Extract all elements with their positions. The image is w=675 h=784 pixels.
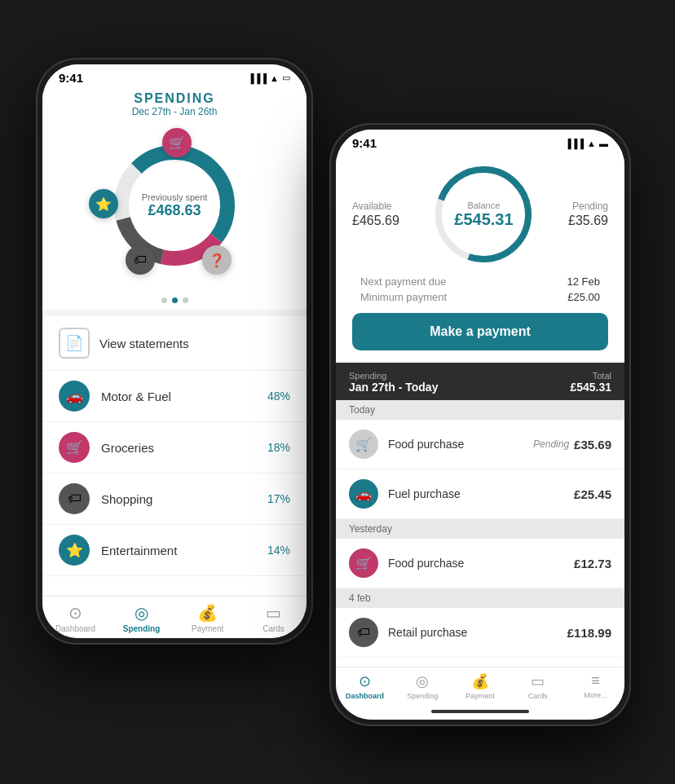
section-today: Today [336,400,624,420]
payment-info: Next payment due 12 Feb Minimum payment … [352,275,608,303]
dot-2[interactable] [172,297,178,303]
status-icons-1: ▐▐▐ ▲ ▭ [248,73,290,83]
wifi-icon: ▲ [270,73,279,83]
spending-band-label: Spending [349,371,438,381]
status-time-2: 9:41 [352,136,377,150]
dot-1[interactable] [161,297,167,303]
spending-tab-label: Spending [123,624,161,633]
battery-icon-2: ▬ [599,139,608,148]
tx-food-yesterday[interactable]: 🛒 Food purchase £12.73 [336,539,624,588]
balance-label: Balance [454,200,513,210]
tab-cards-1[interactable]: ▭ Cards [240,603,307,633]
min-payment-row: Minimum payment £25.00 [360,291,600,303]
motor-label: Motor & Fuel [101,390,267,403]
category-shopping[interactable]: 🏷 Shopping 17% [42,473,307,525]
shopping-icon: 🏷 [59,483,90,514]
signal-icon-2: ▐▐▐ [565,139,584,148]
balance-row: Available £465.69 Balance £545.31 [352,161,608,267]
entertainment-icon: ⭐ [59,535,90,566]
balance-section: Available £465.69 Balance £545.31 [336,153,624,363]
tab-dashboard-1[interactable]: ⊙ Dashboard [42,603,108,633]
tx-fuel[interactable]: 🚗 Fuel purchase £25.45 [336,469,624,519]
spending-tab-icon-2: ◎ [416,672,429,690]
wifi-icon-2: ▲ [587,139,596,148]
available-amount: £465.69 [352,214,399,228]
tab-more-2[interactable]: ≡ More... [567,672,624,700]
spending-period-right: Total £545.31 [570,371,611,394]
entertainment-label: Entertainment [101,544,267,557]
phones-container: 9:41 ▐▐▐ ▲ ▭ SPENDING Dec 27th - Jan 26t… [20,25,655,759]
tx-fuel-amount: £25.45 [574,487,611,501]
category-motor[interactable]: 🚗 Motor & Fuel 48% [42,371,307,422]
next-payment-label: Next payment due [360,275,447,288]
more-tab-label-2: More... [585,691,607,699]
signal-icon: ▐▐▐ [248,73,267,83]
dot-3[interactable] [183,297,188,303]
cart-category-icon: 🛒 [162,128,192,157]
spending-header: SPENDING Dec 27th - Jan 26th [42,88,307,124]
cards-tab-icon: ▭ [266,603,281,623]
payment-tab-label-2: Payment [465,692,495,700]
tx-retail-icon: 🏷 [349,618,378,647]
total-amount: £545.31 [570,381,611,394]
tab-bar-2: ⊙ Dashboard ◎ Spending 💰 Payment ▭ Cards [336,667,624,703]
shopping-pct: 17% [267,492,290,505]
tx-food-pending-desc: Food purchase [388,438,533,451]
balance-center: Balance £545.31 [454,200,513,229]
available-label: Available [352,200,399,212]
battery-icon: ▭ [282,73,290,83]
balance-gauge: Balance £545.31 [430,161,536,267]
view-statements-row[interactable]: 📄 View statements [42,316,307,371]
transactions-list: Today 🛒 Food purchase Pending £35.69 🚗 F… [336,400,624,667]
min-payment-label: Minimum payment [360,291,447,303]
phone-dashboard: 9:41 ▐▐▐ ▲ ▬ Available £465.69 [329,123,631,726]
tx-retail-desc: Retail purchase [388,626,567,639]
star-category-icon: ⭐ [89,189,118,218]
more-tab-icon-2: ≡ [591,672,600,689]
tab-cards-2[interactable]: ▭ Cards [509,672,567,700]
tx-retail-amount: £118.99 [567,626,611,640]
category-groceries[interactable]: 🛒 Groceries 18% [42,422,307,473]
tab-spending-2[interactable]: ◎ Spending [394,672,452,700]
dashboard-tab-label-2: Dashboard [346,692,384,700]
status-bar-1: 9:41 ▐▐▐ ▲ ▭ [42,64,307,88]
make-payment-button[interactable]: Make a payment [352,313,608,350]
screen-title: SPENDING [42,91,307,106]
next-payment-row: Next payment due 12 Feb [360,275,600,288]
motor-icon: 🚗 [59,381,90,412]
tx-food-yesterday-icon: 🛒 [349,548,378,578]
tab-dashboard-2[interactable]: ⊙ Dashboard [336,672,394,700]
payment-tab-label: Payment [192,624,223,633]
entertainment-pct: 14% [267,544,290,557]
cards-tab-label-2: Cards [528,692,548,700]
tab-payment-2[interactable]: 💰 Payment [452,672,510,700]
dashboard-tab-label: Dashboard [55,624,95,633]
tx-entertainment[interactable]: ⭐ Entertainment purchase £8.50 [336,658,624,667]
status-icons-2: ▐▐▐ ▲ ▬ [565,139,608,148]
min-payment-amount: £25.00 [567,291,600,303]
spending-period-left: Spending Jan 27th - Today [349,371,438,394]
payment-tab-icon-2: 💰 [471,672,489,690]
dashboard-tab-icon-2: ⊙ [359,672,371,690]
tab-bar-1: ⊙ Dashboard ◎ Spending 💰 Payment ▭ Cards [42,596,307,638]
tx-food-pending-amount: £35.69 [574,438,611,451]
screen-subtitle: Dec 27th - Jan 26th [42,106,307,117]
pending-section: Pending £35.69 [568,200,608,228]
section-4feb: 4 feb [336,588,624,608]
status-time-1: 9:41 [59,71,83,85]
tx-food-pending[interactable]: 🛒 Food purchase Pending £35.69 [336,420,624,469]
donut-center: Previously spent £468.63 [142,192,208,219]
tab-spending-1[interactable]: ◎ Spending [108,603,174,633]
groceries-pct: 18% [267,441,290,454]
tx-pending-badge: Pending [533,438,569,450]
tx-retail[interactable]: 🏷 Retail purchase £118.99 [336,608,624,658]
total-label: Total [570,371,611,381]
spending-tab-label-2: Spending [407,692,438,700]
tx-fuel-icon: 🚗 [349,479,378,509]
category-list: 📄 View statements 🚗 Motor & Fuel 48% 🛒 G… [42,316,307,596]
tx-food-pending-icon: 🛒 [349,429,378,459]
donut-label: Previously spent [142,192,208,202]
category-entertainment[interactable]: ⭐ Entertainment 14% [42,525,307,576]
cards-tab-label: Cards [262,624,285,633]
tab-payment-1[interactable]: 💰 Payment [174,603,240,633]
